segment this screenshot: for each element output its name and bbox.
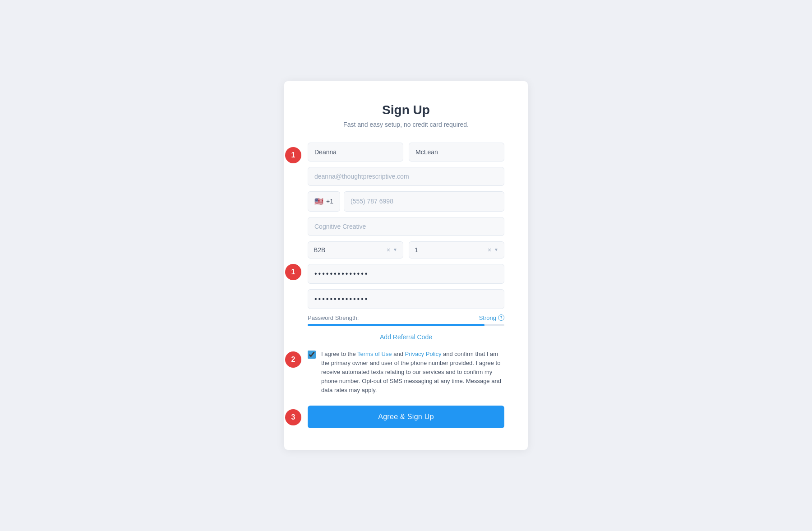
signup-card: Sign Up Fast and easy setup, no credit c… [284,81,528,450]
signup-button[interactable]: Agree & Sign Up [308,406,504,428]
employees-chevron-icon: ▼ [494,247,498,252]
strength-text: Strong [479,314,496,321]
step-badge-3: 3 [285,409,301,425]
terms-row: I agree to the Terms of Use and Privacy … [308,350,504,395]
employees-controls: × ▼ [488,246,498,254]
industry-controls: × ▼ [387,246,397,254]
phone-row: 🇺🇸 +1 [308,191,504,212]
password-strength-row: Password Strength: Strong ? [308,314,504,321]
selects-row: B2B × ▼ 1 × ▼ [308,241,504,259]
employees-value: 1 [415,246,488,254]
step-badge-1b: 1 [285,264,301,280]
confirm-password-group [308,289,504,309]
password-strength-label: Password Strength: [308,314,359,321]
terms-and: and [392,351,405,357]
country-select[interactable]: 🇺🇸 +1 [308,191,340,212]
terms-text: I agree to the Terms of Use and Privacy … [321,350,504,395]
step-badge-2: 2 [285,351,301,368]
terms-before: I agree to the [321,351,357,357]
name-row [308,143,504,162]
terms-checkbox-wrapper [308,351,316,360]
phone-input[interactable] [344,191,504,212]
terms-of-use-link[interactable]: Terms of Use [357,351,392,357]
employees-select[interactable]: 1 × ▼ [409,241,504,259]
step-badge-1: 1 [285,147,301,163]
password-input[interactable] [308,264,504,284]
page-subtitle: Fast and easy setup, no credit card requ… [308,121,504,128]
industry-chevron-icon: ▼ [393,247,397,252]
confirm-password-input[interactable] [308,289,504,309]
company-group [308,217,504,236]
last-name-input[interactable] [409,143,504,162]
first-name-input[interactable] [308,143,403,162]
privacy-policy-link[interactable]: Privacy Policy [405,351,442,357]
terms-checkbox[interactable] [308,351,316,359]
strength-bar-fill [308,324,484,326]
email-group [308,167,504,186]
password-strength-value: Strong ? [479,314,504,321]
company-input[interactable] [308,217,504,236]
industry-select[interactable]: B2B × ▼ [308,241,403,259]
password-group [308,264,504,284]
industry-clear-icon[interactable]: × [387,246,390,254]
employees-clear-icon[interactable]: × [488,246,491,254]
strength-bar-container [308,324,504,326]
us-flag-icon: 🇺🇸 [314,197,323,206]
country-code: +1 [326,198,333,205]
add-referral-button[interactable]: Add Referral Code [308,333,504,341]
page-title: Sign Up [308,103,504,117]
email-input[interactable] [308,167,504,186]
industry-value: B2B [314,246,387,254]
strength-info-icon[interactable]: ? [498,314,504,321]
